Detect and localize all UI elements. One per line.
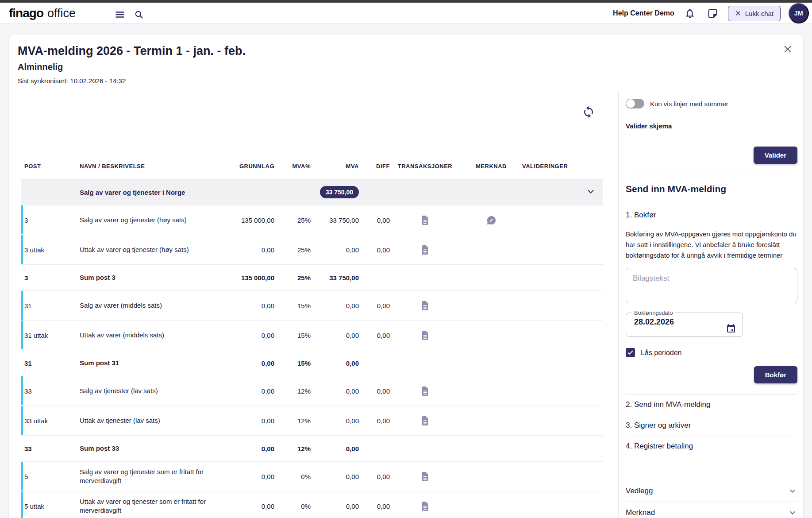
cell-mva-pct: 25% — [274, 244, 311, 256]
cell-mva: 0,00 — [311, 500, 359, 513]
document-icon[interactable] — [420, 214, 430, 226]
calendar-icon[interactable] — [725, 322, 737, 336]
cell-name: Uttak av varer (middels sats) — [80, 328, 230, 342]
close-icon — [735, 10, 741, 16]
cell-diff — [359, 275, 390, 280]
cell-name: Salg av varer og tjenester som er fritat… — [80, 465, 230, 488]
edit-note-icon[interactable] — [485, 214, 497, 226]
cell-mva-pct: 12% — [274, 414, 311, 427]
cell-valideringer — [522, 275, 603, 280]
cell-merknad — [460, 474, 522, 479]
lock-period-checkbox[interactable] — [626, 348, 635, 357]
group-name: Salg av varer og tjenester i Norge — [80, 189, 230, 196]
cell-diff: 0,00 — [359, 385, 390, 398]
bokfor-button[interactable]: Bokfør — [754, 366, 797, 383]
chevron-down-icon[interactable] — [788, 508, 797, 518]
table-row: 31 Salg av varer (middels sats) 0,00 15%… — [21, 291, 603, 321]
table-group-row[interactable]: Salg av varer og tjenester i Norge 33 75… — [21, 179, 603, 205]
cell-name: Salg av varer og tjenester (høy sats) — [80, 213, 230, 227]
vedlegg-title: Vedlegg — [626, 487, 653, 495]
cell-name: Sum post 33 — [80, 441, 230, 456]
table-row: 31 uttak Uttak av varer (middels sats) 0… — [21, 321, 603, 350]
cell-name: Uttak av tjenester (lav sats) — [80, 414, 230, 428]
cell-diff: 0,00 — [359, 329, 390, 342]
document-icon[interactable] — [420, 244, 430, 256]
bell-icon[interactable] — [682, 6, 697, 21]
logo-primary: finago — [9, 6, 43, 20]
cell-transactions — [390, 383, 460, 400]
document-icon[interactable] — [420, 415, 430, 427]
col-merknad: MERKNAD — [460, 160, 522, 172]
valider-button[interactable]: Valider — [754, 147, 797, 164]
cell-post: 33 — [21, 442, 80, 455]
table-row: 5 Salg av varer og tjenester som er frit… — [21, 462, 603, 491]
chevron-down-icon[interactable] — [585, 186, 597, 199]
divider — [626, 173, 797, 173]
vedlegg-accordion[interactable]: Vedlegg — [626, 480, 797, 502]
lock-period-row[interactable]: Lås perioden — [626, 348, 797, 357]
booking-date-label: Bokføringsdato — [632, 309, 675, 316]
cell-transactions — [390, 241, 460, 259]
chat-note-icon[interactable] — [705, 6, 720, 21]
group-sum-badge: 33 750,00 — [320, 186, 359, 198]
cell-merknad — [460, 303, 522, 308]
document-icon[interactable] — [420, 500, 430, 512]
document-icon[interactable] — [420, 385, 430, 397]
cell-valideringer — [522, 360, 603, 366]
cell-valideringer — [522, 332, 603, 338]
sum-lines-toggle-row: Kun vis linjer med summer — [626, 99, 797, 108]
cell-name: Uttak av varer og tjenester som er frita… — [80, 495, 230, 518]
cell-mva-pct: 12% — [274, 385, 311, 398]
cell-name: Sum post 3 — [80, 271, 230, 285]
col-grunnlag: GRUNNLAG — [230, 160, 274, 172]
cell-mva: 33 750,00 — [311, 271, 359, 284]
avatar[interactable]: JM — [789, 3, 809, 23]
cell-merknad — [460, 503, 522, 509]
document-icon[interactable] — [420, 300, 430, 312]
hamburger-menu-icon[interactable] — [113, 8, 127, 22]
cell-grunnlag: 0,00 — [230, 329, 274, 342]
cell-mva: 0,00 — [311, 442, 359, 455]
table-row: 3 Sum post 3 135 000,00 25% 33 750,00 — [21, 265, 603, 291]
cell-post: 3 — [21, 271, 80, 284]
cell-grunnlag: 0,00 — [230, 244, 274, 256]
cell-mva-pct: 15% — [274, 299, 311, 312]
booking-date-field[interactable]: Bokføringsdato 28.02.2026 — [626, 309, 743, 337]
search-icon[interactable] — [132, 8, 146, 22]
document-icon[interactable] — [420, 329, 430, 341]
cell-grunnlag: 0,00 — [230, 414, 274, 427]
step2-title: 2. Send inn MVA-melding — [626, 400, 711, 409]
cell-post: 31 — [21, 299, 80, 312]
cell-valideringer — [522, 503, 603, 509]
cell-mva: 0,00 — [311, 385, 359, 398]
cell-merknad — [460, 446, 522, 451]
merknad-accordion[interactable]: Merknad — [626, 502, 797, 518]
cell-merknad — [460, 360, 522, 366]
sum-lines-toggle-label: Kun vis linjer med summer — [650, 100, 728, 108]
last-synced-text: Sist synkronisert: 10.02.2026 - 14:32 — [18, 77, 803, 85]
step1-title: 1. Bokfør — [626, 211, 797, 220]
logo-secondary: office — [47, 7, 76, 20]
step3-accordion[interactable]: 3. Signer og arkiver — [626, 415, 797, 436]
booking-date-value[interactable]: 28.02.2026 — [634, 317, 736, 327]
page-title: MVA-melding 2026 - Termin 1 - jan. - feb… — [18, 44, 803, 58]
send-heading: Send inn MVA-melding — [626, 184, 797, 194]
close-icon[interactable] — [781, 43, 794, 57]
step4-accordion[interactable]: 4. Registrer betaling — [626, 436, 797, 456]
document-icon[interactable] — [420, 471, 430, 483]
chevron-down-icon[interactable] — [788, 486, 797, 496]
cell-merknad — [460, 212, 522, 229]
app-logo[interactable]: finago office — [9, 3, 76, 24]
bilagstekst-input[interactable] — [626, 268, 797, 303]
step2-accordion[interactable]: 2. Send inn MVA-melding — [626, 394, 797, 415]
cell-name: Sum post 31 — [80, 356, 230, 370]
close-chat-button[interactable]: Lukk chat — [728, 6, 781, 21]
page-subtitle: Alminnelig — [18, 62, 803, 72]
col-diff: DIFF — [359, 160, 390, 172]
cell-valideringer — [522, 247, 603, 252]
col-transaksjoner: TRANSAKSJONER — [390, 160, 460, 172]
cell-valideringer — [522, 217, 603, 223]
cell-name: Salg av tjenester (lav sats) — [80, 384, 230, 398]
sync-icon[interactable] — [581, 104, 596, 121]
sum-lines-toggle[interactable] — [626, 99, 644, 108]
